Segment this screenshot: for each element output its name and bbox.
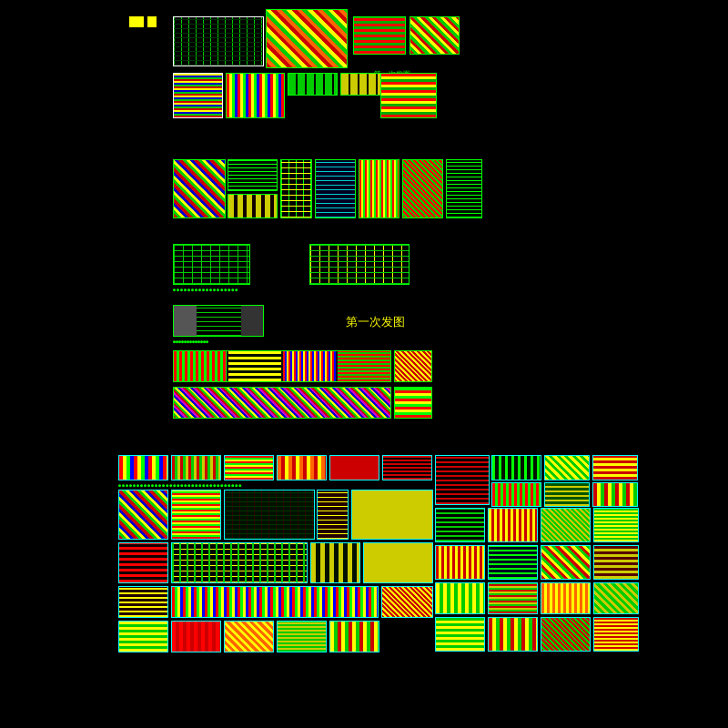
legend-text-2: ●●●●●●●●●●●●● [173,339,208,344]
drawing-block-b2 [171,455,221,480]
drawing-block-br16 [435,582,485,614]
drawing-block-b5 [329,455,379,480]
drawing-block-br20 [435,617,485,652]
drawing-block-b21 [224,621,274,652]
drawing-block-b16 [118,586,168,618]
drawing-block-br4 [592,455,638,480]
drawing-block-6 [226,73,285,118]
drawing-block-m1 [173,159,226,218]
drawing-block-7 [288,73,338,96]
cad-canvas: 第一次发图 [0,0,728,728]
drawing-block-b4 [277,455,327,480]
drawing-block-b1 [118,455,168,480]
drawing-block-m5 [359,159,399,218]
yellow-mark-1 [129,16,144,27]
drawing-block-b14 [310,542,360,583]
drawing-block-b15 [363,542,433,583]
drawing-block-b8 [171,490,221,540]
drawing-block-b11 [351,490,433,540]
drawing-block-row2 [173,387,391,419]
drawing-block-br19 [593,582,639,614]
drawing-block-b10 [317,490,349,540]
drawing-block-r2 [394,387,432,419]
drawing-block-b22 [277,621,327,652]
drawing-block-br18 [541,582,591,614]
drawing-block-9 [380,73,437,118]
drawing-block-m2 [228,159,278,191]
drawing-block-br1 [435,455,490,505]
drawing-block-br23 [593,617,639,652]
drawing-block-row1 [173,350,391,382]
drawing-block-b23 [329,621,379,652]
drawing-block-br14 [541,545,591,580]
drawing-block-br5 [491,482,541,507]
drawing-block-m4 [315,159,356,218]
drawing-block-br8 [435,508,485,542]
drawing-block-4 [410,16,460,55]
drawing-block-2 [173,16,264,66]
legend-row-b: ●●●●●●●●●●●●●●●●●●●●●●●●●●●●●●●●●● [118,482,242,488]
drawing-block-fp1 [173,244,250,285]
drawing-block-b6 [382,455,432,480]
drawing-block-b7 [118,490,168,540]
drawing-block-br21 [488,617,538,652]
yellow-mark-2 [147,16,157,27]
drawing-block-b18 [381,586,433,618]
drawing-block-br6 [544,482,590,507]
drawing-block-br2 [491,455,541,480]
drawing-block-m7 [446,159,482,218]
drawing-block-mg1 [173,305,264,337]
drawing-block-br11 [593,508,639,542]
drawing-block-b17 [171,586,379,618]
drawing-block-br15 [593,545,639,580]
legend-text-1: ●●●●●●●●●●●●●●●●●● [173,287,238,292]
drawing-block-1 [266,9,348,68]
drawing-block-b3 [224,455,274,480]
drawing-block-br10 [541,508,591,542]
drawing-block-br12 [435,545,485,580]
first-issue-label: 第一次发图 [346,314,405,330]
drawing-block-3 [353,16,406,55]
drawing-block-b9 [224,490,315,540]
drawing-block-br9 [488,508,538,542]
drawing-block-fp2 [309,244,410,285]
drawing-block-b20 [171,621,221,652]
drawing-block-br13 [488,545,538,580]
drawing-block-b12 [118,542,168,583]
drawing-block-5 [173,73,223,118]
drawing-block-br22 [541,617,591,652]
drawing-block-br7 [592,482,638,507]
drawing-block-br17 [488,582,538,614]
drawing-block-b13 [171,542,308,583]
drawing-block-br3 [544,455,590,480]
drawing-block-r1 [394,350,432,382]
drawing-block-b19 [118,621,168,652]
drawing-block-m8 [228,194,278,218]
drawing-block-m3 [280,159,312,218]
drawing-block-m6 [402,159,443,218]
